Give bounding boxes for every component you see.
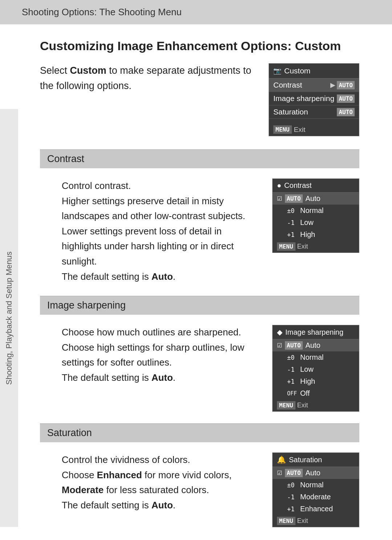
contrast-low-label: Low <box>300 218 314 227</box>
saturation-auto-label: Auto <box>306 469 320 477</box>
contrast-normal-item: ±0 Normal <box>273 205 359 217</box>
saturation-section: Saturation Control the vividness of colo… <box>40 423 359 539</box>
contrast-menu-title: ● Contrast <box>273 179 359 193</box>
sharpening-menu-screenshot: ◆ Image sharpening ☑ AUTO Auto ±0 Normal <box>272 325 359 412</box>
saturation-text: Control the vividness of colors. Choose … <box>62 452 258 513</box>
saturation-enhanced-label: Enhanced <box>300 505 333 513</box>
contrast-low-key: -1 <box>287 219 297 226</box>
contrast-menu-title-text: Contrast <box>284 181 312 190</box>
custom-menu-title-text: Custom <box>284 67 310 75</box>
contrast-auto-key: AUTO <box>285 194 303 203</box>
saturation-enhanced-item: +1 Enhanced <box>273 503 359 515</box>
enhanced-bold: Enhanced <box>97 470 142 480</box>
sharpening-auto-item: ☑ AUTO Auto <box>273 339 359 351</box>
sharpening-high-item: +1 High <box>273 375 359 387</box>
sharpening-text-1: Choose how much outlines are sharpened. <box>62 325 258 340</box>
contrast-high-label: High <box>300 230 315 239</box>
sharpening-normal-label: Normal <box>300 353 323 362</box>
intro-row: Select Custom to make separate adjustmen… <box>40 63 359 136</box>
main-content: Customizing Image Enhancement Options: C… <box>18 24 381 540</box>
contrast-text: Control contrast. Higher settings preser… <box>62 178 258 284</box>
saturation-moderate-key: -1 <box>287 493 297 501</box>
sharpening-high-key: +1 <box>287 378 297 385</box>
sidebar-label: Shooting, Playback and Setup Menus <box>3 248 16 388</box>
sharpening-auto-label: Auto <box>306 341 320 350</box>
sharpening-low-item: -1 Low <box>273 363 359 375</box>
contrast-high-item: +1 High <box>273 229 359 241</box>
contrast-menu-footer: MENU Exit <box>273 241 359 253</box>
custom-menu-screenshot: 📷 Custom Contrast ▶ AUTO Image sharpenin… <box>269 63 359 136</box>
contrast-low-item: -1 Low <box>273 217 359 229</box>
saturation-auto-item: ☑ AUTO Auto <box>273 467 359 479</box>
sharpening-menu-key: MENU <box>277 401 295 410</box>
sharpening-section: Image sharpening Choose how much outline… <box>40 296 359 423</box>
header-label: Shooting Options: The Shooting Menu <box>22 7 181 17</box>
sharpening-off-key: OFF <box>287 390 297 397</box>
sharpening-normal-key: ±0 <box>287 354 297 361</box>
sharpening-menu-footer: MENU Exit <box>273 399 359 411</box>
menu-key: MENU <box>273 125 292 134</box>
saturation-default-bold: Auto <box>151 500 173 511</box>
sharpening-low-key: -1 <box>287 366 297 373</box>
contrast-arrow: ▶ <box>330 81 335 89</box>
custom-menu-title: 📷 Custom <box>269 64 359 78</box>
saturation-menu-title: 🔔 Saturation <box>273 453 359 467</box>
sharpening-row: Choose how much outlines are sharpened. … <box>40 315 359 423</box>
contrast-auto-item: ☑ AUTO Auto <box>273 193 359 205</box>
sharpening-default-bold: Auto <box>151 372 173 383</box>
saturation-enhanced-key: +1 <box>287 505 297 513</box>
saturation-header-text: Saturation <box>47 427 92 438</box>
menu-exit-label: Exit <box>294 126 306 134</box>
saturation-menu-icon: 🔔 <box>277 455 286 464</box>
sharpening-text: Choose how much outlines are sharpened. … <box>62 325 258 385</box>
page-container: Shooting, Playback and Setup Menus Shoot… <box>0 0 392 540</box>
sharpening-auto-badge: AUTO <box>337 94 355 103</box>
saturation-moderate-item: -1 Moderate <box>273 491 359 503</box>
contrast-header-text: Contrast <box>47 153 84 164</box>
custom-contrast-item: Contrast ▶ AUTO <box>269 78 359 92</box>
sharpening-menu-title-text: Image sharpening <box>285 328 343 337</box>
contrast-section: Contrast Control contrast. Higher settin… <box>40 149 359 296</box>
saturation-menu-key: MENU <box>277 517 295 525</box>
saturation-text-3: The default setting is Auto. <box>62 498 258 513</box>
sharpening-high-label: High <box>300 377 315 386</box>
custom-sharpening-label: Image sharpening <box>273 94 334 103</box>
saturation-text-1: Control the vividness of colors. <box>62 452 258 468</box>
contrast-auto-badge: AUTO <box>337 81 355 89</box>
custom-menu-footer: MENU Exit <box>269 123 359 136</box>
sharpening-header-text: Image sharpening <box>47 300 126 311</box>
contrast-text-2: Higher settings preserve detail in misty… <box>62 194 258 269</box>
sharpening-header: Image sharpening <box>40 296 359 315</box>
contrast-auto-label: Auto <box>306 194 320 203</box>
sharpening-off-label: Off <box>300 389 310 398</box>
saturation-header: Saturation <box>40 423 359 442</box>
contrast-default-bold: Auto <box>151 271 173 282</box>
moderate-bold: Moderate <box>62 484 104 495</box>
custom-menu-icon: 📷 <box>273 67 281 75</box>
sharpening-normal-item: ±0 Normal <box>273 351 359 363</box>
sharpening-check: ☑ <box>277 342 282 349</box>
sharpening-exit-label: Exit <box>297 402 308 409</box>
saturation-menu-footer: MENU Exit <box>273 515 359 527</box>
saturation-text-2: Choose Enhanced for more vivid colors, M… <box>62 468 258 498</box>
saturation-normal-item: ±0 Normal <box>273 479 359 491</box>
sharpening-text-2: Choose high settings for sharp outlines,… <box>62 340 258 370</box>
contrast-check: ☑ <box>277 195 282 202</box>
contrast-row: Control contrast. Higher settings preser… <box>40 168 359 296</box>
sidebar: Shooting, Playback and Setup Menus <box>0 109 18 527</box>
header-bar: Shooting Options: The Shooting Menu <box>0 0 392 24</box>
custom-bold: Custom <box>70 65 107 76</box>
saturation-exit-label: Exit <box>297 517 308 525</box>
contrast-high-key: +1 <box>287 231 297 238</box>
contrast-menu-key: MENU <box>277 242 295 251</box>
saturation-moderate-label: Moderate <box>300 493 331 501</box>
contrast-normal-key: ±0 <box>287 207 297 214</box>
saturation-normal-label: Normal <box>300 481 323 489</box>
page-title: Customizing Image Enhancement Options: C… <box>40 39 359 53</box>
contrast-exit-label: Exit <box>297 243 308 250</box>
custom-contrast-label: Contrast <box>273 81 302 89</box>
contrast-menu-icon: ● <box>277 181 281 190</box>
contrast-menu-screenshot: ● Contrast ☑ AUTO Auto ±0 Normal <box>272 178 359 253</box>
saturation-auto-badge: AUTO <box>337 108 355 116</box>
custom-sharpening-item: Image sharpening AUTO <box>269 92 359 105</box>
